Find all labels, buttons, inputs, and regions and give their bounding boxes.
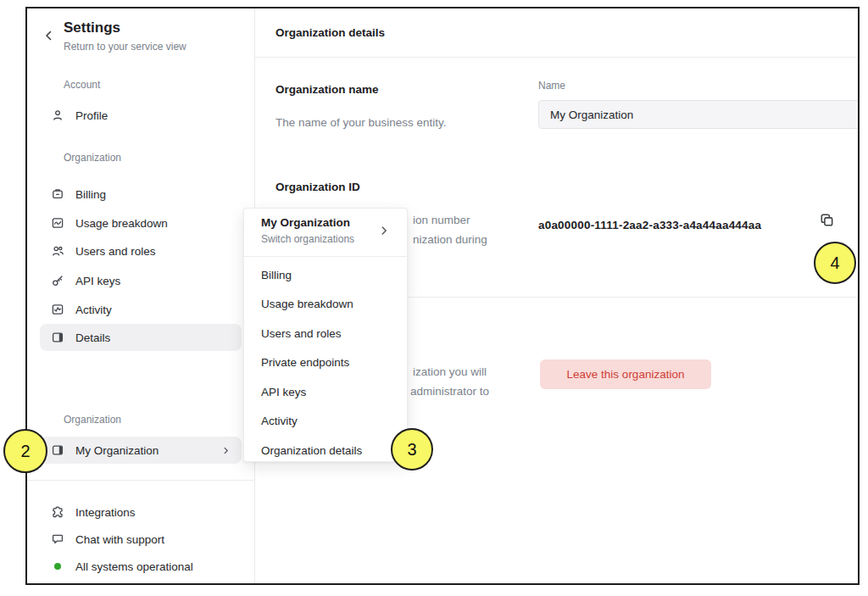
back-chevron-icon[interactable] [42, 29, 56, 42]
usage-chart-icon [51, 216, 64, 230]
sidebar-divider [27, 480, 254, 481]
organization-icon [51, 443, 64, 457]
sidebar-item-label: Activity [75, 304, 112, 316]
billing-icon [51, 187, 64, 201]
section-label-organization-2: Organization [64, 414, 121, 426]
dropdown-item-billing[interactable]: Billing [244, 261, 407, 288]
sidebar-item-billing[interactable]: Billing [40, 181, 242, 208]
annotation-badge-3: 3 [391, 428, 433, 471]
copy-icon[interactable] [819, 212, 835, 228]
sidebar-item-api-keys[interactable]: API keys [40, 267, 242, 294]
chat-icon [51, 532, 64, 546]
sidebar-item-profile[interactable]: Profile [40, 102, 242, 129]
org-name-input[interactable] [538, 100, 860, 129]
org-id-description-fragment: ion number [413, 214, 470, 226]
org-id-description-fragment: nization during [413, 233, 487, 246]
dropdown-item-organization-details[interactable]: Organization details [244, 437, 407, 464]
sidebar-item-label: Billing [75, 188, 106, 201]
sidebar-item-label: Profile [75, 109, 108, 122]
user-icon [51, 109, 64, 122]
sidebar-item-label: Integrations [75, 506, 136, 519]
users-icon [51, 244, 64, 258]
sidebar-subtitle: Return to your service view [64, 41, 186, 53]
sidebar-item-chat-support[interactable]: Chat with support [40, 526, 242, 553]
dropdown-subtitle: Switch organizations [261, 233, 354, 245]
sidebar-item-details[interactable]: Details [40, 324, 242, 351]
sidebar-item-label: API keys [75, 275, 120, 287]
section-label-account: Account [64, 79, 100, 91]
name-field-label: Name [538, 80, 565, 92]
status-dot-icon [54, 563, 61, 570]
section-label-organization: Organization [64, 152, 121, 164]
dropdown-title: My Organization [261, 216, 350, 229]
leave-description-fragment: administrator to [410, 385, 489, 398]
page: Settings Return to your service view Acc… [0, 0, 868, 596]
leave-description-fragment: ization you will [413, 365, 487, 378]
details-icon [51, 331, 64, 344]
org-name-description: The name of your business entity. [275, 116, 447, 129]
sidebar-item-usage-breakdown[interactable]: Usage breakdown [40, 209, 242, 237]
dropdown-item-users-and-roles[interactable]: Users and roles [244, 320, 407, 347]
org-id-heading: Organization ID [275, 181, 360, 193]
sidebar-item-label: My Organization [75, 444, 159, 457]
app-window: Settings Return to your service view Acc… [25, 7, 860, 585]
sidebar-item-label: Details [75, 331, 110, 344]
page-title: Organization details [275, 26, 385, 39]
puzzle-icon [51, 505, 64, 519]
chevron-right-icon [221, 446, 231, 455]
sidebar-item-label: Users and roles [75, 245, 156, 258]
org-id-value: a0a00000-1111-2aa2-a333-a4a44aa444aa [538, 219, 761, 231]
dropdown-divider [244, 256, 407, 257]
chevron-right-icon [378, 225, 390, 237]
sidebar-item-label: Chat with support [75, 533, 164, 546]
organization-dropdown-menu: My Organization Switch organizations Bil… [243, 208, 408, 462]
sidebar-title: Settings [64, 19, 120, 36]
header-divider [254, 57, 858, 58]
sidebar-item-my-organization[interactable]: My Organization [40, 437, 242, 464]
org-name-heading: Organization name [275, 83, 379, 96]
annotation-badge-4: 4 [814, 242, 856, 284]
sidebar-item-system-status[interactable]: All systems operational [40, 553, 242, 580]
dropdown-item-private-endpoints[interactable]: Private endpoints [244, 348, 407, 376]
dropdown-item-usage-breakdown[interactable]: Usage breakdown [244, 290, 407, 317]
sidebar-item-users-and-roles[interactable]: Users and roles [40, 237, 242, 265]
dropdown-item-activity[interactable]: Activity [244, 407, 407, 434]
annotation-badge-2: 2 [3, 429, 47, 473]
leave-organization-button[interactable]: Leave this organization [540, 359, 711, 389]
activity-icon [51, 303, 64, 316]
sidebar-item-label: Usage breakdown [75, 217, 168, 230]
dropdown-item-api-keys[interactable]: API keys [244, 378, 407, 405]
key-icon [51, 274, 64, 287]
status-label: All systems operational [75, 560, 193, 573]
sidebar-item-integrations[interactable]: Integrations [40, 499, 242, 526]
sidebar-item-activity[interactable]: Activity [40, 296, 242, 323]
dropdown-header-my-organization[interactable]: My Organization Switch organizations [244, 209, 407, 255]
